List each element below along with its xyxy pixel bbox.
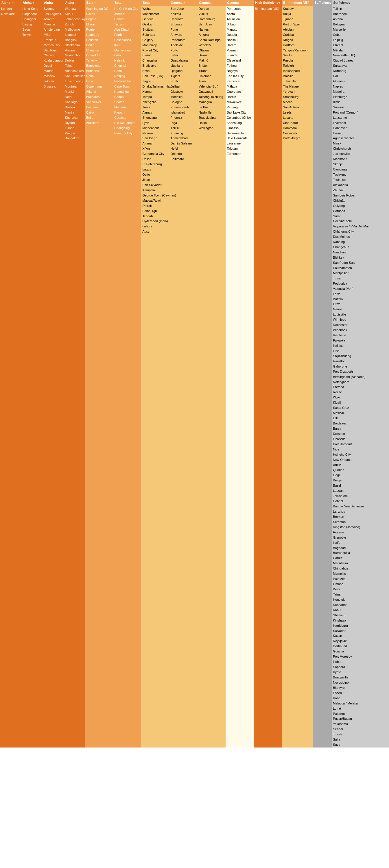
city-cell [198, 623, 226, 628]
city-cell [113, 421, 141, 426]
table-row: QuitoTashkent [0, 172, 389, 178]
city-cell [64, 659, 85, 664]
city-cell [198, 644, 226, 649]
city-cell [0, 297, 21, 302]
city-cell [85, 571, 113, 577]
city-cell [282, 431, 313, 437]
city-cell: Tel Aviv [85, 58, 113, 63]
city-cell [113, 348, 141, 354]
city-cell [313, 628, 332, 634]
city-cell: Marseille [332, 27, 389, 32]
city-cell: Brussels [43, 84, 64, 89]
city-cell: Santiago [64, 100, 85, 105]
city-cell [85, 530, 113, 535]
city-cell: Baku [169, 53, 197, 58]
city-cell [64, 426, 85, 431]
city-cell [64, 613, 85, 618]
city-cell [313, 250, 332, 255]
table-row: Salta [0, 737, 389, 742]
city-cell [226, 587, 254, 592]
city-cell [313, 483, 332, 488]
city-cell [0, 100, 21, 105]
city-cell: Yangon/Rangoon [282, 48, 313, 53]
city-cell [254, 499, 282, 504]
city-cell [198, 343, 226, 348]
city-cell [21, 209, 42, 214]
city-cell [169, 633, 197, 639]
city-cell [254, 131, 282, 136]
city-cell: Indianapolis [282, 68, 313, 74]
city-cell [198, 198, 226, 204]
header-gamma-m: Gamma - [226, 0, 254, 6]
city-cell [198, 467, 226, 473]
city-cell: Xiamen [141, 89, 169, 94]
city-cell [254, 411, 282, 416]
city-cell [21, 255, 42, 260]
city-cell: Miami [85, 22, 113, 27]
city-cell [0, 546, 21, 551]
city-cell: Belgrade [141, 32, 169, 37]
table-row: Nice [0, 447, 389, 452]
city-cell [43, 670, 64, 675]
city-cell [254, 690, 282, 696]
city-cell [85, 234, 113, 240]
city-cell: Islamabad [169, 110, 197, 115]
city-cell [198, 716, 226, 721]
city-cell: San Juan [198, 22, 226, 27]
city-cell [0, 276, 21, 281]
city-cell [0, 488, 21, 494]
city-cell [113, 437, 141, 442]
city-cell: Salt Lake City [226, 110, 254, 115]
city-cell [64, 384, 85, 390]
city-cell: Detroit [141, 204, 169, 209]
city-cell: Nashville [198, 110, 226, 115]
city-cell [64, 431, 85, 437]
city-cell [198, 416, 226, 421]
city-cell [21, 74, 42, 79]
city-cell: Beirut [141, 53, 169, 58]
city-cell [85, 260, 113, 266]
city-cell [43, 193, 64, 198]
city-cell [141, 587, 169, 592]
city-cell [282, 359, 313, 364]
city-cell [21, 696, 42, 701]
city-cell [64, 520, 85, 525]
city-cell: Seoul [21, 27, 42, 32]
city-cell [169, 302, 197, 307]
city-cell [43, 571, 64, 577]
city-cell: Puebla [282, 58, 313, 63]
city-cell [0, 478, 21, 483]
city-cell: Richmond [332, 157, 389, 162]
table-row: Malacca / Melaka [0, 701, 389, 706]
city-cell [313, 556, 332, 561]
city-cell: Wellington [198, 126, 226, 131]
city-cell [0, 115, 21, 121]
city-cell [43, 494, 64, 499]
city-cell [169, 411, 197, 416]
city-cell [85, 452, 113, 457]
city-cell: Essen [332, 690, 389, 696]
city-cell [0, 53, 21, 58]
city-cell [141, 286, 169, 291]
city-cell [226, 157, 254, 162]
city-cell [0, 167, 21, 172]
city-cell [198, 384, 226, 390]
city-cell: Alexandria [332, 183, 389, 188]
table-row: Bern [0, 587, 389, 592]
city-cell: Lisbon [64, 126, 85, 131]
city-cell [43, 716, 64, 721]
city-cell [198, 183, 226, 188]
city-cell [313, 307, 332, 312]
city-cell [43, 312, 64, 317]
city-cell [313, 442, 332, 447]
city-cell [141, 463, 169, 468]
city-cell [141, 644, 169, 649]
city-cell [169, 219, 197, 224]
city-cell [198, 141, 226, 146]
city-cell: Cologne [169, 100, 197, 105]
city-cell [21, 431, 42, 437]
city-cell [141, 260, 169, 266]
city-cell [254, 250, 282, 255]
city-cell [85, 592, 113, 597]
city-cell: Port Moresby [332, 654, 389, 659]
